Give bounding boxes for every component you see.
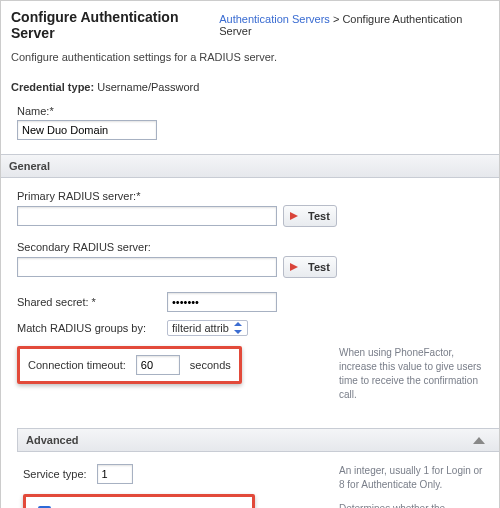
- credential-type-row: Credential type: Username/Password: [11, 81, 489, 93]
- match-groups-label: Match RADIUS groups by:: [17, 322, 157, 334]
- service-type-help: An integer, usually 1 for Login or 8 for…: [339, 464, 489, 492]
- page-root: Configure Authentication Server Authenti…: [0, 0, 500, 508]
- page-header: Configure Authentication Server Authenti…: [11, 9, 489, 41]
- intro-text: Configure authentication settings for a …: [11, 51, 489, 63]
- credential-type-label: Credential type:: [11, 81, 94, 93]
- name-input[interactable]: [17, 120, 157, 140]
- shared-secret-input[interactable]: [167, 292, 277, 312]
- timeout-label: Connection timeout:: [28, 359, 126, 371]
- service-type-input[interactable]: [97, 464, 133, 484]
- primary-server-label: Primary RADIUS server:*: [17, 190, 489, 202]
- section-advanced-header[interactable]: Advanced: [17, 428, 499, 452]
- advanced-block: Service type: Suppress RADIUS success me…: [11, 464, 489, 508]
- breadcrumb: Authentication Servers > Configure Authe…: [219, 13, 489, 37]
- primary-test-label: Test: [308, 210, 330, 222]
- primary-server-input[interactable]: [17, 206, 277, 226]
- breadcrumb-link[interactable]: Authentication Servers: [219, 13, 330, 25]
- timeout-unit: seconds: [190, 359, 231, 371]
- advanced-help: An integer, usually 1 for Login or 8 for…: [339, 464, 489, 508]
- shared-secret-label: Shared secret: *: [17, 296, 157, 308]
- name-label: Name:*: [17, 105, 489, 117]
- secondary-server-block: Secondary RADIUS server: Test: [17, 241, 489, 278]
- shared-secret-row: Shared secret: *: [11, 292, 489, 312]
- timeout-highlight: Connection timeout: seconds: [17, 346, 242, 384]
- secondary-server-input[interactable]: [17, 257, 277, 277]
- primary-server-block: Primary RADIUS server:* Test: [17, 190, 489, 227]
- match-groups-select[interactable]: filterid attrib: [167, 320, 248, 336]
- page-title: Configure Authentication Server: [11, 9, 219, 41]
- section-general-header: General: [1, 154, 499, 178]
- service-type-row: Service type:: [23, 464, 325, 484]
- test-icon: [290, 210, 304, 222]
- section-advanced-title: Advanced: [26, 434, 79, 446]
- timeout-help: When using PhoneFactor, increase this va…: [339, 346, 489, 402]
- match-groups-value: filterid attrib: [172, 322, 229, 334]
- secondary-test-button[interactable]: Test: [283, 256, 337, 278]
- match-groups-row: Match RADIUS groups by: filterid attrib: [11, 320, 489, 336]
- section-general-title: General: [9, 160, 50, 172]
- breadcrumb-separator: >: [333, 13, 342, 25]
- suppress-highlight: Suppress RADIUS success message: [23, 494, 255, 508]
- select-arrows-icon: [233, 322, 243, 334]
- name-row: Name:*: [11, 105, 489, 140]
- timeout-block: Connection timeout: seconds When using P…: [11, 346, 489, 402]
- service-type-label: Service type:: [23, 468, 87, 480]
- secondary-test-label: Test: [308, 261, 330, 273]
- credential-type-value: Username/Password: [97, 81, 199, 93]
- primary-test-button[interactable]: Test: [283, 205, 337, 227]
- suppress-help: Determines whether the appliance display…: [339, 502, 489, 508]
- secondary-server-label: Secondary RADIUS server:: [17, 241, 489, 253]
- chevron-up-icon: [473, 437, 485, 444]
- test-icon: [290, 261, 304, 273]
- timeout-input[interactable]: [136, 355, 180, 375]
